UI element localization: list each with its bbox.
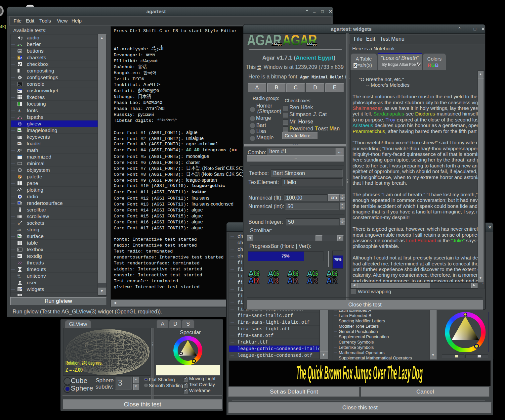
- svg-text:OK: OK: [19, 50, 21, 52]
- svg-text:..\0: ..\0: [17, 228, 21, 231]
- svg-text:>_: >_: [18, 83, 21, 86]
- svg-text:mm: mm: [18, 274, 20, 276]
- svg-text:Rotation: 249 degrees.: Rotation: 249 degrees.: [65, 360, 103, 366]
- svg-text:Z = -2.00: Z = -2.00: [65, 367, 83, 373]
- svg-text:in: in: [18, 276, 21, 278]
- svg-text:A: A: [18, 56, 20, 59]
- svg-text:Hi!: Hi!: [18, 255, 21, 257]
- svg-text:A: A: [20, 56, 22, 59]
- svg-text:X=: X=: [17, 148, 22, 152]
- svg-text:A: A: [18, 108, 21, 113]
